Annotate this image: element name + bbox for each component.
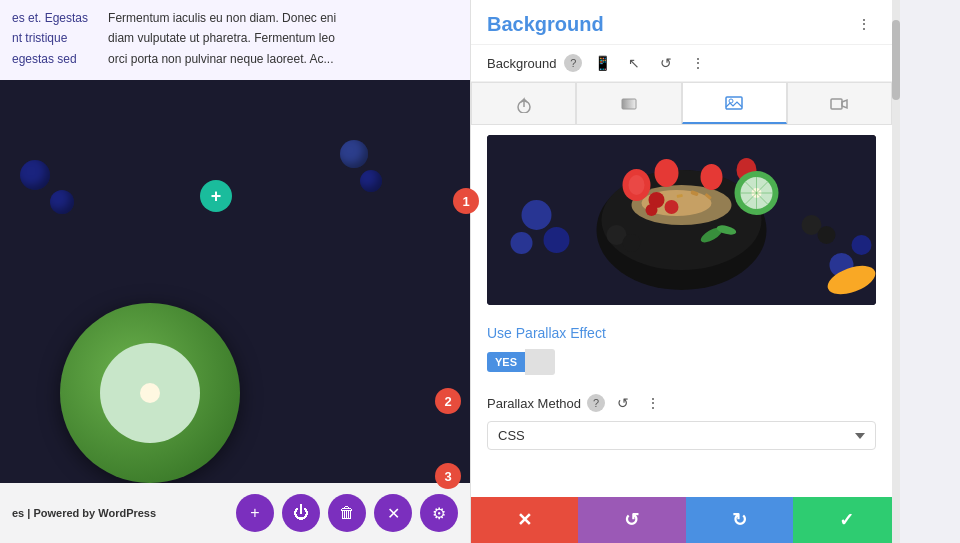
svg-point-12 <box>655 159 679 187</box>
svg-rect-2 <box>726 97 742 109</box>
parallax-method-section: Parallax Method ? ↺ ⋮ CSS jQuery True Pa… <box>471 385 892 456</box>
method-undo-button[interactable]: ↺ <box>611 391 635 415</box>
kiwi-decoration <box>60 303 240 483</box>
kiwi-inner <box>100 343 200 443</box>
kiwi-center <box>140 383 160 403</box>
scrollbar-thumb[interactable] <box>892 20 900 100</box>
berry-decoration <box>340 140 368 168</box>
close-button[interactable]: ✕ <box>374 494 412 532</box>
panel-menu-button[interactable]: ⋮ <box>852 12 876 36</box>
toggle-row: YES <box>487 349 876 375</box>
tab-image[interactable] <box>682 82 787 124</box>
right-text-2: diam vulputate ut pharetra. Fermentum le… <box>108 28 336 48</box>
badge-3: 3 <box>435 463 461 489</box>
svg-point-17 <box>646 204 658 216</box>
left-text-3: egestas sed <box>12 49 88 69</box>
parallax-method-select[interactable]: CSS jQuery True Parallax <box>487 421 876 450</box>
undo-control-button[interactable]: ↺ <box>654 51 678 75</box>
tab-row <box>471 82 892 125</box>
more-control-button[interactable]: ⋮ <box>686 51 710 75</box>
svg-point-16 <box>665 200 679 214</box>
footer-bar: es | Powered by WordPress + ⏻ 🗑 ✕ ⚙ <box>0 483 470 543</box>
left-content-area: es et. Egestas nt tristique egestas sed … <box>0 0 470 543</box>
trash-button[interactable]: 🗑 <box>328 494 366 532</box>
berry-decoration <box>20 160 50 190</box>
panel-header: Background ⋮ <box>471 0 892 45</box>
power-button[interactable]: ⏻ <box>282 494 320 532</box>
method-header: Parallax Method ? ↺ ⋮ <box>487 391 876 415</box>
svg-point-26 <box>623 234 641 252</box>
control-label: Background <box>487 56 556 71</box>
berry-decoration <box>50 190 74 214</box>
tab-gradient[interactable] <box>576 82 681 124</box>
dark-section: + es | Powered by WordPress + ⏻ 🗑 ✕ ⚙ <box>0 80 470 543</box>
tab-video[interactable] <box>787 82 892 124</box>
panel-title: Background <box>487 13 604 36</box>
tab-color[interactable] <box>471 82 576 124</box>
svg-point-31 <box>511 232 533 254</box>
text-area: es et. Egestas nt tristique egestas sed … <box>0 0 470 80</box>
svg-point-13 <box>701 164 723 190</box>
scrollbar[interactable] <box>892 0 900 543</box>
footer-text: es | Powered by WordPress <box>12 507 228 519</box>
parallax-title: Use Parallax Effect <box>487 325 876 341</box>
svg-rect-4 <box>831 99 842 109</box>
undo-button[interactable]: ↺ <box>578 497 685 543</box>
svg-point-3 <box>729 99 733 103</box>
method-label: Parallax Method <box>487 396 581 411</box>
badge-2: 2 <box>435 388 461 414</box>
svg-point-11 <box>629 175 645 195</box>
help-button[interactable]: ? <box>564 54 582 72</box>
berry-decoration <box>360 170 382 192</box>
badge-1: 1 <box>453 188 479 214</box>
right-text-1: Fermentum iaculis eu non diam. Donec eni <box>108 8 336 28</box>
left-text-2: nt tristique <box>12 28 88 48</box>
add-button[interactable]: + <box>236 494 274 532</box>
add-section-button[interactable]: + <box>200 180 232 212</box>
panel-content: Background ⋮ Background ? 📱 ↖ ↺ ⋮ <box>471 0 892 497</box>
right-text-3: orci porta non pulvinar neque laoreet. A… <box>108 49 336 69</box>
image-preview <box>487 135 876 305</box>
redo-button[interactable]: ↻ <box>686 497 793 543</box>
gear-button[interactable]: ⚙ <box>420 494 458 532</box>
toggle-yes-button[interactable]: YES <box>487 352 525 372</box>
right-panel: Background ⋮ Background ? 📱 ↖ ↺ ⋮ <box>470 0 900 543</box>
toggle-no-button[interactable] <box>525 349 555 375</box>
svg-rect-1 <box>622 99 636 109</box>
food-image <box>487 135 876 305</box>
mobile-icon[interactable]: 📱 <box>590 51 614 75</box>
footer-brand: WordPress <box>98 507 156 519</box>
method-more-button[interactable]: ⋮ <box>641 391 665 415</box>
svg-point-33 <box>852 235 872 255</box>
confirm-button[interactable]: ✓ <box>793 497 900 543</box>
svg-point-28 <box>818 226 836 244</box>
cancel-button[interactable]: ✕ <box>471 497 578 543</box>
cursor-icon[interactable]: ↖ <box>622 51 646 75</box>
svg-point-29 <box>522 200 552 230</box>
control-row: Background ? 📱 ↖ ↺ ⋮ <box>471 45 892 82</box>
action-bar: ✕ ↺ ↻ ✓ <box>471 497 900 543</box>
parallax-section: Use Parallax Effect YES <box>471 315 892 385</box>
left-text-1: es et. Egestas <box>12 8 88 28</box>
svg-point-30 <box>544 227 570 253</box>
method-help-button[interactable]: ? <box>587 394 605 412</box>
